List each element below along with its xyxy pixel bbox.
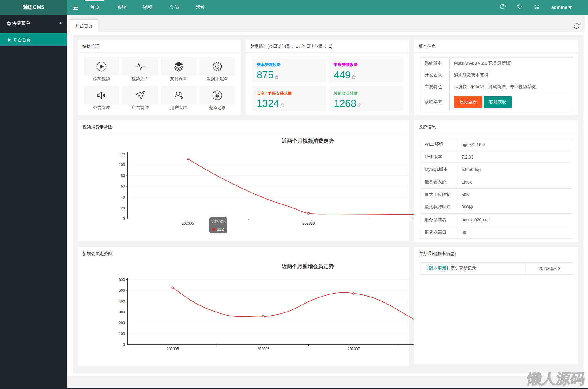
- svg-text:近两个月视频消费走势: 近两个月视频消费走势: [281, 138, 334, 144]
- svg-text:120: 120: [119, 152, 125, 156]
- svg-text:300: 300: [119, 310, 125, 314]
- svg-text:202006: 202006: [257, 347, 270, 351]
- svg-text:500: 500: [119, 288, 125, 293]
- svg-text:202007: 202007: [348, 347, 360, 351]
- svg-text:202005: 202005: [167, 347, 179, 351]
- svg-text:80: 80: [121, 174, 125, 178]
- svg-text:202006: 202006: [302, 221, 315, 226]
- svg-text:200: 200: [119, 321, 125, 325]
- svg-text:600: 600: [119, 278, 125, 282]
- svg-text:400: 400: [119, 299, 125, 304]
- svg-text:0: 0: [123, 342, 125, 347]
- svg-text:202005: 202005: [182, 221, 194, 226]
- svg-text:100: 100: [119, 163, 125, 167]
- svg-text:20: 20: [121, 206, 125, 210]
- svg-text:60: 60: [121, 184, 125, 189]
- svg-text:0: 0: [123, 217, 125, 221]
- svg-text:近两个月新增会员走势: 近两个月新增会员走势: [281, 263, 334, 269]
- svg-text:100: 100: [119, 332, 125, 336]
- svg-text:40: 40: [121, 195, 125, 200]
